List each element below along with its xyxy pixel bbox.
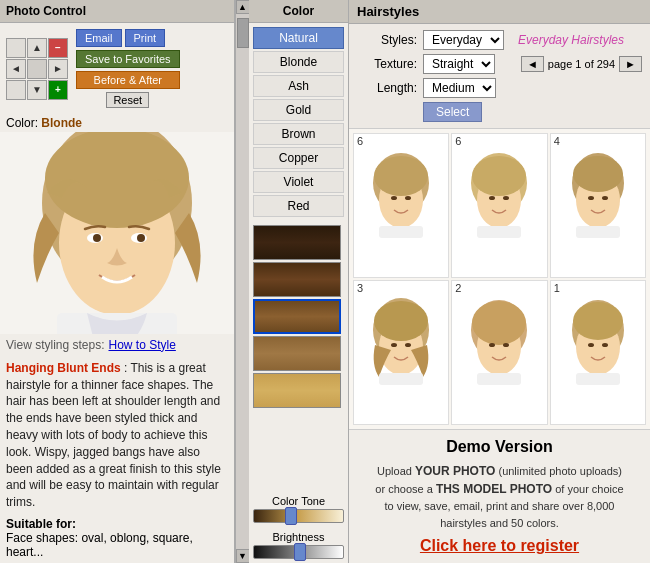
- how-to-style-link[interactable]: How to Style: [109, 338, 176, 352]
- svg-point-16: [472, 156, 526, 196]
- hairstyle-num-1: 6: [354, 134, 366, 148]
- svg-point-12: [405, 196, 411, 200]
- left-panel-header: Photo Control: [0, 0, 234, 23]
- reset-button[interactable]: Reset: [106, 92, 149, 108]
- svg-point-24: [602, 196, 608, 200]
- color-tone-section: Color Tone: [249, 491, 348, 527]
- brightness-section: Brightness: [249, 527, 348, 563]
- color-label: Color: Blonde: [0, 114, 234, 132]
- hairstyle-cell-5[interactable]: 2: [451, 280, 547, 425]
- brightness-track[interactable]: [253, 545, 344, 559]
- length-label: Length:: [357, 81, 417, 95]
- demo-text: Upload YOUR PHOTO (unlimited photo uploa…: [361, 462, 638, 531]
- texture-label: Texture:: [357, 57, 417, 71]
- color-panel-header: Color: [249, 0, 348, 23]
- svg-point-29: [391, 343, 397, 347]
- hairstyle-cell-4[interactable]: 3: [353, 280, 449, 425]
- demo-section: Demo Version Upload YOUR PHOTO (unlimite…: [349, 429, 650, 563]
- svg-rect-13: [379, 226, 423, 238]
- prev-page-btn[interactable]: ◄: [521, 56, 544, 72]
- nav-empty-bl: [6, 80, 26, 100]
- demo-title: Demo Version: [361, 438, 638, 456]
- hairstyle-preview: [17, 132, 217, 334]
- svg-rect-19: [477, 226, 521, 238]
- hairstyle-num-3: 4: [551, 134, 563, 148]
- photo-area: [0, 132, 234, 334]
- svg-point-42: [602, 343, 608, 347]
- select-button[interactable]: Select: [423, 102, 482, 122]
- hairstyle-num-4: 3: [354, 281, 366, 295]
- color-red[interactable]: Red: [253, 195, 344, 217]
- nav-down-btn[interactable]: ▼: [27, 80, 47, 100]
- nav-empty-tl: [6, 38, 26, 58]
- left-scrollbar[interactable]: ▲ ▼: [235, 0, 249, 563]
- before-after-button[interactable]: Before & After: [76, 71, 180, 89]
- hairstyle-description: Hanging Blunt Ends : This is a great hai…: [0, 356, 234, 515]
- color-ash[interactable]: Ash: [253, 75, 344, 97]
- description-title: Hanging Blunt Ends: [6, 361, 121, 375]
- svg-point-41: [588, 343, 594, 347]
- hairstyle-cell-6[interactable]: 1: [550, 280, 646, 425]
- svg-point-23: [588, 196, 594, 200]
- color-blonde[interactable]: Blonde: [253, 51, 344, 73]
- pagination: ◄ page 1 of 294 ►: [521, 56, 642, 72]
- color-violet[interactable]: Violet: [253, 171, 344, 193]
- email-button[interactable]: Email: [76, 29, 122, 47]
- hairstyle-num-5: 2: [452, 281, 464, 295]
- hairstyle-cell-1[interactable]: 6: [353, 133, 449, 278]
- svg-point-11: [391, 196, 397, 200]
- nav-left-btn[interactable]: ◄: [6, 59, 26, 79]
- svg-rect-43: [576, 373, 620, 385]
- hairstyle-cell-2[interactable]: 6: [451, 133, 547, 278]
- color-options-list: Natural Blonde Ash Gold Brown Copper Vio…: [249, 23, 348, 221]
- color-natural[interactable]: Natural: [253, 27, 344, 49]
- swatch-4[interactable]: [253, 336, 341, 371]
- nav-up-btn[interactable]: ▲: [27, 38, 47, 58]
- swatch-2[interactable]: [253, 262, 341, 297]
- color-copper[interactable]: Copper: [253, 147, 344, 169]
- save-favorites-button[interactable]: Save to Favorites: [76, 50, 180, 68]
- scroll-thumb[interactable]: [237, 18, 249, 48]
- scroll-up-btn[interactable]: ▲: [236, 0, 250, 14]
- svg-point-10: [374, 156, 428, 196]
- scroll-down-btn[interactable]: ▼: [236, 549, 250, 563]
- swatch-3[interactable]: [253, 299, 341, 334]
- register-link[interactable]: Click here to register: [361, 537, 638, 555]
- svg-point-34: [472, 301, 526, 345]
- hairstyle-cell-3[interactable]: 4: [550, 133, 646, 278]
- svg-rect-31: [379, 373, 423, 385]
- ths-model-strong: THS MODEL PHOTO: [436, 482, 552, 496]
- nav-zoom-plus[interactable]: +: [48, 80, 68, 100]
- hairstyle-img-6: [551, 295, 645, 385]
- svg-point-6: [137, 234, 145, 242]
- color-tone-label: Color Tone: [253, 495, 344, 507]
- hairstyle-img-2: [452, 148, 546, 238]
- svg-point-17: [489, 196, 495, 200]
- color-gold[interactable]: Gold: [253, 99, 344, 121]
- color-brown[interactable]: Brown: [253, 123, 344, 145]
- swatch-5[interactable]: [253, 373, 341, 408]
- svg-rect-25: [576, 226, 620, 238]
- hairstyle-img-1: [354, 148, 448, 238]
- nav-zoom-minus[interactable]: −: [48, 38, 68, 58]
- hairstyle-num-6: 1: [551, 281, 563, 295]
- texture-select[interactable]: Straight: [423, 54, 495, 74]
- brightness-thumb[interactable]: [294, 543, 306, 561]
- hairstyle-num-2: 6: [452, 134, 464, 148]
- svg-point-28: [374, 301, 428, 341]
- hairstyles-controls: Styles: Everyday Everyday Hairstyles Tex…: [349, 24, 650, 129]
- print-button[interactable]: Print: [125, 29, 166, 47]
- svg-point-30: [405, 343, 411, 347]
- hairstyle-grid: 6 6 4 3: [349, 129, 650, 429]
- svg-rect-37: [477, 373, 521, 385]
- next-page-btn[interactable]: ►: [619, 56, 642, 72]
- length-select[interactable]: Medium: [423, 78, 496, 98]
- color-tone-thumb[interactable]: [285, 507, 297, 525]
- hairstyle-img-4: [354, 295, 448, 385]
- nav-right-btn[interactable]: ►: [48, 59, 68, 79]
- swatch-1[interactable]: [253, 225, 341, 260]
- svg-point-35: [489, 343, 495, 347]
- styles-select[interactable]: Everyday: [423, 30, 504, 50]
- hair-swatches: [249, 221, 348, 412]
- color-tone-track[interactable]: [253, 509, 344, 523]
